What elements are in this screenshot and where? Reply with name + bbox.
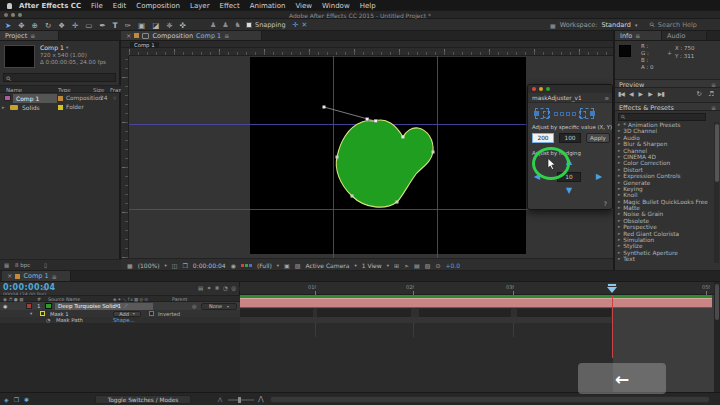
column-source-name[interactable]: Source Name bbox=[48, 297, 80, 302]
project-depth-button[interactable]: 8 bpc bbox=[15, 262, 30, 268]
viewer-ruler-vertical[interactable] bbox=[121, 56, 129, 258]
column-size[interactable]: Size bbox=[93, 87, 104, 93]
menu-composition[interactable]: Composition bbox=[136, 2, 180, 10]
pixel-aspect-icon[interactable]: ⊞ bbox=[394, 262, 399, 269]
pan-behind-tool-icon[interactable]: ✛ bbox=[72, 21, 78, 30]
project-row-solids[interactable]: ▸ Solids Folder bbox=[0, 103, 121, 112]
breadcrumb[interactable]: Comp 1 bbox=[130, 42, 159, 48]
mask-color-swatch[interactable] bbox=[40, 311, 45, 316]
menu-window[interactable]: Window bbox=[322, 2, 350, 10]
workspace-value[interactable]: Standard bbox=[601, 21, 631, 29]
audio-mute-icon[interactable]: ♬ bbox=[708, 90, 714, 98]
shy-layers-icon[interactable]: ❋ bbox=[215, 285, 220, 291]
menu-edit[interactable]: Edit bbox=[113, 2, 127, 10]
layer-label-swatch[interactable] bbox=[26, 303, 32, 309]
mask-twirl-icon[interactable]: ▾ bbox=[30, 311, 32, 316]
magnification-caret-icon[interactable]: ▾ bbox=[165, 263, 167, 268]
timeline-button-icon[interactable]: ▤ bbox=[414, 262, 420, 269]
zoom-tool-icon[interactable]: ⊕ bbox=[32, 21, 38, 30]
info-tab-label[interactable]: Info bbox=[620, 32, 632, 40]
layer-eye-icon[interactable]: ◉ bbox=[3, 303, 7, 309]
parent-dropdown[interactable]: None ▾ bbox=[201, 303, 237, 310]
zoom-slider-knob[interactable] bbox=[238, 397, 241, 403]
shape-tool-icon[interactable]: ▭ bbox=[85, 21, 92, 30]
loop-toggle-icon[interactable]: ↻ bbox=[697, 90, 702, 98]
workspace-caret-icon[interactable]: ▾ bbox=[635, 22, 638, 28]
project-row-comp[interactable]: Comp 1 Composition 24 ⑂ bbox=[0, 94, 121, 103]
mask-adjuster-window[interactable]: maskAdjuster_v1 ≡ Adjust by specific val… bbox=[527, 84, 613, 210]
expand-inout-icon[interactable]: ❐ bbox=[14, 396, 19, 403]
composition-tab-label[interactable]: Composition bbox=[152, 32, 193, 40]
effects-category[interactable]: ▸Text bbox=[615, 256, 714, 262]
camera-view-menu[interactable]: Active Camera bbox=[305, 262, 349, 269]
menu-layer[interactable]: Layer bbox=[190, 2, 210, 10]
parent-value[interactable]: None bbox=[209, 303, 222, 309]
first-frame-button[interactable]: ▮◀ bbox=[618, 90, 624, 97]
snapshot-icon[interactable]: ❒ bbox=[182, 262, 187, 269]
transparency-grid-icon[interactable]: ▨ bbox=[295, 262, 301, 269]
composition-tab-comp-name[interactable]: Comp 1 bbox=[196, 32, 221, 40]
timeline-zoom-slider[interactable] bbox=[228, 399, 254, 401]
resolution-caret-icon[interactable]: ▾ bbox=[277, 263, 279, 268]
timeline-tab-comp-name[interactable]: Comp 1 bbox=[23, 272, 48, 280]
timeline-scrollbar[interactable] bbox=[714, 282, 720, 392]
preview-panel-menu-icon[interactable]: ≡ bbox=[711, 81, 716, 88]
effects-search-input[interactable]: ⚲ bbox=[618, 113, 706, 121]
type-tool-icon[interactable]: T bbox=[113, 21, 118, 30]
playhead-triangle[interactable] bbox=[607, 287, 617, 293]
flowchart-button-icon[interactable]: ▧ bbox=[425, 262, 431, 269]
layer-row[interactable]: ◉ 1 Deep Turquoise Solid 1 ◆ ／ ◎ None ▾ bbox=[0, 302, 240, 310]
column-name[interactable]: Name bbox=[6, 87, 22, 93]
project-comp-title[interactable]: Comp 1 bbox=[40, 44, 64, 51]
viewer-timecode[interactable]: 0:00:00:04 bbox=[193, 262, 226, 269]
layer-duration-bar[interactable] bbox=[240, 298, 712, 308]
axis-view-icon[interactable]: ♞ bbox=[235, 21, 241, 29]
timeline-panel-menu-icon[interactable]: ≡ bbox=[52, 273, 57, 280]
mask-mode-caret-icon[interactable]: ▾ bbox=[133, 311, 135, 316]
hand-tool-icon[interactable]: ✥ bbox=[18, 21, 24, 30]
expand-layers-icon[interactable]: ◈ bbox=[4, 396, 9, 403]
view-layout-caret-icon[interactable]: ▾ bbox=[387, 263, 389, 268]
mask-adjuster-titlebar[interactable] bbox=[528, 85, 612, 93]
scrollbar-thumb[interactable] bbox=[715, 124, 719, 182]
trash-icon[interactable]: ▯ bbox=[44, 262, 47, 268]
panel-minimize-button[interactable] bbox=[539, 87, 543, 91]
comp-mini-flowchart-icon[interactable]: ▤ bbox=[198, 285, 203, 291]
pen-tool-icon[interactable]: ✒ bbox=[99, 21, 105, 30]
exposure-icon[interactable]: ⊙ bbox=[435, 262, 440, 269]
selection-tool-icon[interactable]: ➤ bbox=[5, 21, 11, 30]
camera-caret-icon[interactable]: ▾ bbox=[354, 263, 356, 268]
effects-panel-menu-icon[interactable]: ≡ bbox=[711, 104, 716, 111]
panel-close-button[interactable] bbox=[532, 87, 536, 91]
layer-quality-icon[interactable]: ◆ bbox=[115, 303, 118, 308]
twirl-icon[interactable]: ▸ bbox=[618, 256, 620, 262]
eraser-tool-icon[interactable]: ◪ bbox=[152, 21, 159, 30]
info-panel-menu-icon[interactable]: ≡ bbox=[635, 32, 640, 39]
project-search-input[interactable]: ⚲ bbox=[3, 73, 116, 82]
menu-file[interactable]: File bbox=[91, 2, 103, 10]
current-time-indicator-line[interactable] bbox=[612, 295, 613, 358]
expand-render-icon[interactable]: ✱ bbox=[24, 396, 29, 403]
solid-color-swatch[interactable] bbox=[45, 303, 52, 309]
nudge-down-button[interactable]: ▼ bbox=[566, 187, 572, 195]
column-type[interactable]: Type bbox=[58, 87, 71, 93]
x-value-input[interactable]: 200 bbox=[532, 133, 554, 143]
view-layout-menu[interactable]: 1 View bbox=[362, 262, 382, 269]
composition-panel-menu-icon[interactable]: ≡ bbox=[224, 32, 229, 39]
apple-logo-icon[interactable] bbox=[7, 3, 12, 9]
project-tab-label[interactable]: Project bbox=[5, 32, 27, 40]
nudge-right-button[interactable]: ▶ bbox=[596, 173, 602, 181]
fast-previews-icon[interactable]: ➣ bbox=[404, 262, 409, 269]
project-row-name[interactable]: Solids bbox=[22, 104, 40, 111]
roto-brush-tool-icon[interactable]: ❈ bbox=[166, 21, 172, 30]
tab-close-icon[interactable]: × bbox=[7, 272, 12, 280]
menu-help[interactable]: Help bbox=[360, 2, 376, 10]
clone-stamp-tool-icon[interactable]: ▣ bbox=[138, 21, 145, 30]
menu-app[interactable]: After Effects CC bbox=[19, 2, 81, 10]
apply-button[interactable]: Apply bbox=[586, 133, 610, 143]
search-help-input[interactable]: Search Help bbox=[658, 21, 697, 29]
snap-features-icon[interactable]: ✕ bbox=[301, 21, 307, 29]
toggle-switches-modes-button[interactable]: Toggle Switches / Modes bbox=[95, 395, 191, 404]
parent-pickwhip-icon[interactable]: ◎ bbox=[192, 303, 196, 309]
menu-view[interactable]: View bbox=[295, 2, 312, 10]
